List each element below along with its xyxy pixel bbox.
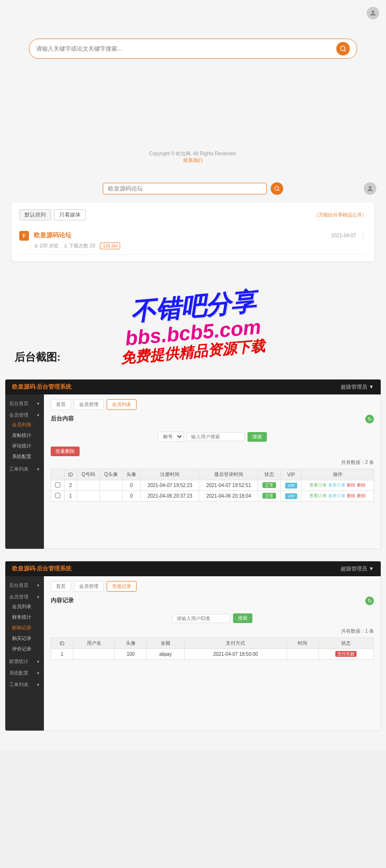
more-icon[interactable]: ⋮ <box>360 231 367 239</box>
sort-btn[interactable]: 默认排列 <box>19 209 51 220</box>
gap-1 <box>0 549 386 561</box>
breadcrumb-2: 首页 会员管理 充值记录 <box>51 581 374 592</box>
delete-link[interactable]: 删除 <box>347 482 356 488</box>
result-count-1: 共有数据：2 条 <box>51 459 374 466</box>
th-status: 状态 <box>258 469 281 480</box>
search-input[interactable] <box>36 45 336 52</box>
sidebar-home[interactable]: 后台首页 ▼ <box>5 398 44 408</box>
breadcrumb-1: 首页 会员管理 会员列表 <box>51 399 374 410</box>
svg-point-2 <box>35 245 37 246</box>
sidebar-member-list[interactable]: 会员列表 <box>5 420 44 430</box>
sidebar-group-home2: 后台首页 ▼ <box>5 580 44 590</box>
sidebar-member-title2[interactable]: 会员管理 ▼ <box>5 592 44 601</box>
td-avatar: 0 <box>122 491 140 502</box>
search-select[interactable]: 称号 <box>158 432 184 442</box>
file-size-badge: 125.6M <box>100 243 120 249</box>
search-btn-admin2[interactable]: 搜索 <box>233 613 252 623</box>
admin-body-2: 后台首页 ▼ 会员管理 ▼ 会员列表 财务统计 邮购记录 购买记录 评价记录 <box>5 576 381 731</box>
post-order-link[interactable]: 发表订单 <box>328 482 345 488</box>
view-order-link[interactable]: 查看订单 <box>309 493 327 499</box>
sidebar-buy-record[interactable]: 购买记录 <box>5 633 44 644</box>
user-avatar[interactable] <box>367 7 379 19</box>
toolbar-left: 默认排列 只看媒体 <box>19 209 86 220</box>
th-action: 操作 <box>302 469 374 480</box>
search-input-admin[interactable] <box>187 432 245 441</box>
td-actions: 查看订单 发表订单 删除 删除 <box>302 491 374 502</box>
delete-link[interactable]: 删除 <box>347 493 356 499</box>
sidebar-post-stats[interactable]: 发帖统计 <box>5 430 44 441</box>
refresh-btn-2[interactable]: ↻ <box>365 597 374 605</box>
sidebar-home2[interactable]: 后台首页 ▼ <box>5 580 44 590</box>
td2-amount: alipay <box>147 649 184 660</box>
svg-point-0 <box>372 11 374 13</box>
breadcrumb-member[interactable]: 会员管理 <box>74 399 104 410</box>
sidebar-group-member: 会员管理 ▼ 会员列表 发帖统计 评论统计 系统配置 <box>5 410 44 462</box>
sidebar-group-stamp: 邮票统计 ▼ <box>5 656 44 666</box>
td2-avatar: 100 <box>115 649 147 660</box>
forum-search-button[interactable] <box>271 182 283 195</box>
sidebar-eval-record[interactable]: 评价记录 <box>5 644 44 654</box>
td-id: 1 <box>64 491 77 502</box>
batch-delete-btn[interactable]: 批量删除 <box>51 447 80 456</box>
action-links: 查看订单 发表订单 删除 删除 <box>304 493 371 499</box>
td-id: 2 <box>64 480 77 491</box>
th-vip: VIP <box>281 469 302 480</box>
sidebar-comment-stats[interactable]: 评论统计 <box>5 441 44 451</box>
refresh-btn[interactable]: ↻ <box>365 415 374 423</box>
td-check <box>51 480 65 491</box>
admin-logo-1: 欧皇源码·后台管理系统 <box>12 383 71 391</box>
th2-amount: 金额 <box>147 638 184 649</box>
table-row: 2 0 2021-04-07 19:52:23 2021-04-07 19:52… <box>51 480 374 491</box>
th-qnum: Q号码 <box>77 469 100 480</box>
sidebar-ticket2[interactable]: 工单列表 ▼ <box>5 679 44 689</box>
sidebar-group-member2: 会员管理 ▼ 会员列表 财务统计 邮购记录 购买记录 评价记录 <box>5 592 44 654</box>
sidebar-stamp[interactable]: 邮票统计 ▼ <box>5 656 44 666</box>
td-check <box>51 491 65 502</box>
row-checkbox[interactable] <box>55 493 60 498</box>
admin-header-1: 欧皇源码·后台管理系统 超级管理员 ▼ <box>5 380 381 394</box>
breadcrumb-list[interactable]: 会员列表 <box>107 399 137 410</box>
search-input-admin2[interactable] <box>172 614 230 623</box>
td-status: 正常 <box>258 491 281 502</box>
view-btn[interactable]: 只看媒体 <box>54 209 86 220</box>
sidebar-sys-config[interactable]: 系统配置 <box>5 451 44 462</box>
sidebar-mail-order[interactable]: 邮购记录 <box>5 623 44 633</box>
admin-panel-1: 欧皇源码·后台管理系统 超级管理员 ▼ 后台首页 ▼ 会员管理 ▼ <box>5 379 381 549</box>
sidebar-ticket[interactable]: 工单列表 ▼ <box>5 464 44 474</box>
td2-time <box>287 649 318 660</box>
forum-search-input[interactable] <box>108 185 262 192</box>
breadcrumb-home[interactable]: 首页 <box>51 399 71 410</box>
admin-user-dropdown[interactable]: 超级管理员 ▼ <box>341 383 374 391</box>
row-checkbox[interactable] <box>55 482 60 488</box>
view-order-link[interactable]: 查看订单 <box>309 482 327 488</box>
th-check <box>51 469 65 480</box>
delete-link2[interactable]: 删除 <box>357 482 366 488</box>
sidebar-member-list2[interactable]: 会员列表 <box>5 601 44 612</box>
breadcrumb-recharge[interactable]: 充值记录 <box>107 581 137 592</box>
delete-link2[interactable]: 删除 <box>357 493 366 499</box>
sidebar-finance-stats[interactable]: 财务统计 <box>5 612 44 623</box>
footer-link[interactable]: 联系我们 <box>183 158 203 163</box>
forum-user-avatar[interactable] <box>364 182 376 195</box>
toolbar-right: （万能白分享精品公开） <box>314 212 367 218</box>
td-qavatar <box>99 480 122 491</box>
sidebar-group-ticket: 工单列表 ▼ <box>5 464 44 474</box>
td-qnum <box>77 480 100 491</box>
breadcrumb-home2[interactable]: 首页 <box>51 581 71 592</box>
th-regtime: 注册时间 <box>140 469 199 480</box>
post-order-link[interactable]: 发表订单 <box>328 493 345 499</box>
sidebar-syscfg2[interactable]: 系统配置 ▼ <box>5 668 44 678</box>
admin-user-dropdown-2[interactable]: 超级管理员 ▼ <box>341 565 374 572</box>
td-vip: VIP <box>281 491 302 502</box>
sidebar-group-ticket2: 工单列表 ▼ <box>5 679 44 689</box>
search-row-1: 称号 搜索 <box>51 432 374 442</box>
admin-content-1: 首页 会员管理 会员列表 后台内容 ↻ 称号 搜索 <box>44 394 381 549</box>
sidebar-member-title[interactable]: 会员管理 ▼ <box>5 410 44 420</box>
td-qnum <box>77 491 100 502</box>
th2-paymethod: 支付方式 <box>184 638 287 649</box>
breadcrumb-member2[interactable]: 会员管理 <box>74 581 104 592</box>
td2-id: 1 <box>51 649 73 660</box>
search-btn-admin[interactable]: 搜索 <box>248 432 267 442</box>
search-button[interactable] <box>336 42 350 55</box>
th-id: ID <box>64 469 77 480</box>
